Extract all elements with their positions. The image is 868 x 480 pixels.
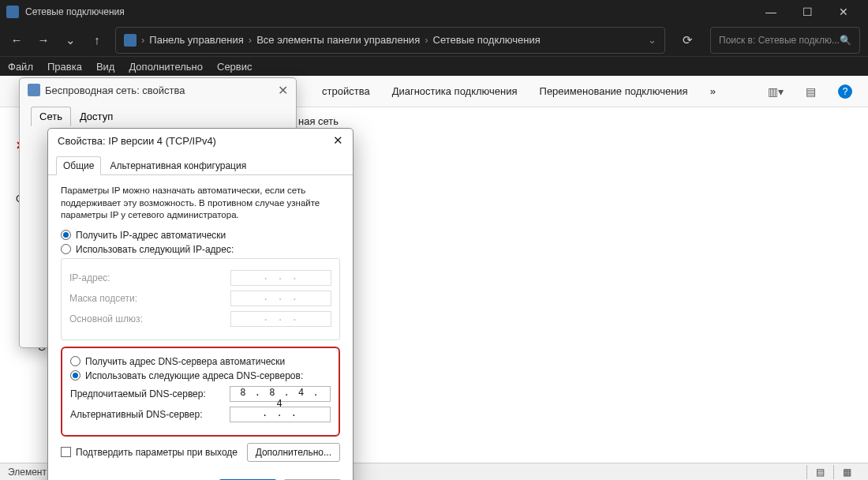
folder-icon (124, 34, 137, 47)
address-bar[interactable]: › Панель управления › Все элементы панел… (115, 27, 665, 54)
dns-section-highlighted: Получить адрес DNS-сервера автоматически… (61, 347, 340, 437)
breadcrumb[interactable]: Сетевые подключения (433, 34, 541, 46)
radio-ip-auto[interactable]: Получить IP-адрес автоматически (61, 230, 340, 241)
search-placeholder: Поиск в: Сетевые подклю... (719, 35, 840, 46)
info-text: Параметры IP можно назначать автоматичес… (61, 185, 340, 222)
close-button[interactable]: ✕ (278, 83, 288, 98)
subnet-mask-field: . . . (230, 291, 331, 306)
cmd-diagnose[interactable]: Диагностика подключения (392, 85, 518, 97)
menu-service[interactable]: Сервис (217, 61, 253, 73)
close-button[interactable]: ✕ (825, 0, 862, 24)
nav-bar: ← → ⌄ ↑ › Панель управления › Все элемен… (0, 24, 868, 57)
chevron-icon: › (141, 34, 144, 46)
status-text: Элемент (8, 467, 47, 478)
dialog-buttons: ОК Отмена (48, 473, 353, 480)
radio-dns-manual[interactable]: Использовать следующие адреса DNS-сервер… (70, 370, 331, 381)
label-dns-alternate: Альтернативный DNS-сервер: (70, 409, 203, 420)
window-title: Сетевые подключения (25, 6, 125, 17)
view-mode-grid-icon[interactable]: ▦ (833, 465, 860, 479)
checkbox-icon (61, 447, 71, 457)
radio-icon (61, 244, 71, 254)
radio-ip-manual[interactable]: Использовать следующий IP-адрес: (61, 244, 340, 255)
menu-extra[interactable]: Дополнительно (129, 61, 203, 73)
app-icon (6, 6, 19, 18)
search-input[interactable]: Поиск в: Сетевые подклю... 🔍 (710, 27, 860, 54)
tab-network[interactable]: Сеть (31, 107, 71, 126)
breadcrumb[interactable]: Панель управления (149, 34, 243, 46)
label-ip: IP-адрес: (69, 272, 110, 283)
maximize-button[interactable]: ☐ (789, 0, 825, 24)
dialog-title: Свойства: IP версии 4 (TCP/IPv4) (58, 135, 216, 147)
tab-alternate[interactable]: Альтернативная конфигурация (103, 156, 253, 175)
up-button[interactable]: ↑ (88, 33, 106, 47)
validate-checkbox[interactable]: Подтвердить параметры при выходе (61, 447, 238, 458)
back-button[interactable]: ← (8, 33, 25, 47)
refresh-button[interactable]: ⟳ (675, 33, 701, 47)
network-name: ная сеть (298, 115, 346, 127)
label-gateway: Основной шлюз: (69, 313, 143, 324)
dialog-titlebar[interactable]: Свойства: IP версии 4 (TCP/IPv4) ✕ (48, 129, 353, 152)
gateway-field: . . . (230, 311, 331, 327)
advanced-button[interactable]: Дополнительно... (247, 443, 340, 462)
label-dns-preferred: Предпочитаемый DNS-сервер: (70, 388, 206, 399)
menu-bar: Файл Правка Вид Дополнительно Сервис (0, 57, 868, 76)
history-dropdown[interactable]: ⌄ (62, 33, 79, 47)
breadcrumb[interactable]: Все элементы панели управления (256, 34, 420, 46)
alternate-dns-field[interactable]: . . . (230, 407, 331, 422)
dialog-title: Беспроводная сеть: свойства (45, 84, 185, 96)
ipv4-properties-dialog: Свойства: IP версии 4 (TCP/IPv4) ✕ Общие… (47, 128, 354, 480)
chevron-icon: › (249, 34, 252, 46)
search-icon: 🔍 (840, 35, 851, 46)
radio-icon (70, 356, 80, 366)
menu-view[interactable]: Вид (96, 61, 115, 73)
cmd-device[interactable]: стройства (322, 85, 370, 97)
radio-icon (70, 370, 80, 381)
forward-button[interactable]: → (35, 33, 52, 47)
radio-icon (61, 230, 71, 240)
cmd-rename[interactable]: Переименование подключения (540, 85, 688, 97)
window-titlebar: Сетевые подключения — ☐ ✕ (0, 0, 868, 24)
cmd-more[interactable]: » (710, 85, 716, 97)
preferred-dns-field[interactable]: 8 . 8 . 4 . 4 (230, 386, 331, 402)
dialog-titlebar: Беспроводная сеть: свойства ✕ (20, 78, 296, 102)
help-button[interactable]: ? (838, 84, 852, 99)
menu-file[interactable]: Файл (8, 61, 33, 73)
view-details-button[interactable]: ▤ (806, 85, 816, 98)
tab-access[interactable]: Доступ (71, 107, 122, 126)
label-mask: Маска подсети: (69, 293, 137, 304)
dialog-icon (28, 84, 40, 96)
close-button[interactable]: ✕ (333, 133, 343, 148)
radio-dns-auto[interactable]: Получить адрес DNS-сервера автоматически (70, 356, 331, 367)
view-icons-button[interactable]: ▥▾ (768, 85, 784, 98)
menu-edit[interactable]: Правка (47, 61, 82, 73)
minimize-button[interactable]: — (753, 0, 789, 24)
view-mode-list-icon[interactable]: ▤ (806, 465, 833, 479)
chevron-icon: › (425, 34, 428, 46)
ip-address-field: . . . (230, 270, 331, 286)
address-dropdown[interactable]: ⌄ (648, 34, 657, 46)
tab-general[interactable]: Общие (56, 156, 101, 175)
